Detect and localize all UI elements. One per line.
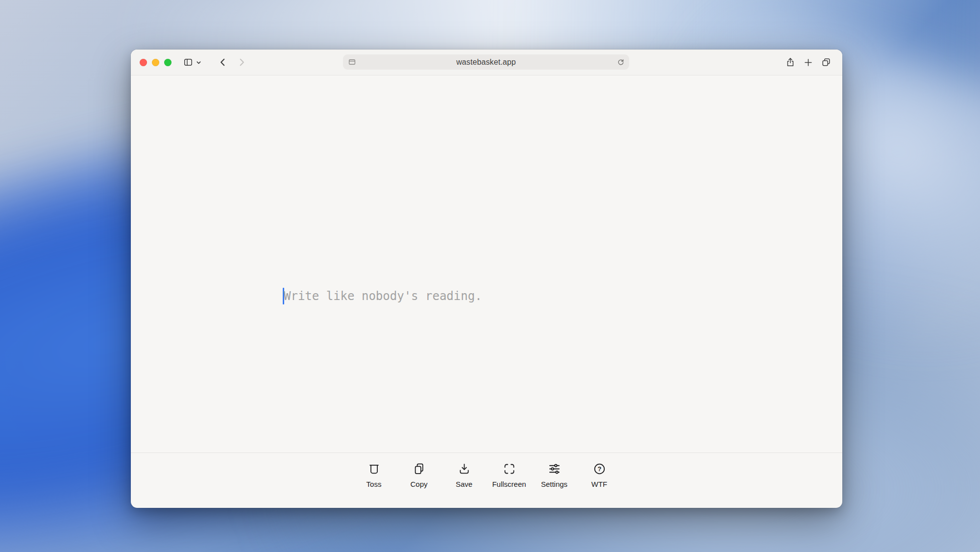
trash-icon <box>368 462 381 476</box>
minimize-window-button[interactable] <box>152 59 159 66</box>
sliders-icon <box>548 462 561 476</box>
download-icon <box>458 462 471 476</box>
copy-icon <box>413 462 426 476</box>
reload-icon[interactable] <box>617 54 625 70</box>
zoom-window-button[interactable] <box>164 59 172 66</box>
placeholder-line: Write like nobody's reading. <box>283 287 482 305</box>
sidebar-toggle-button[interactable] <box>178 55 206 70</box>
address-bar[interactable]: wastebasket.app <box>343 54 629 70</box>
copy-button[interactable]: Copy <box>396 462 441 488</box>
tool-label: Copy <box>410 480 427 488</box>
sidebar-icon <box>183 57 193 67</box>
wtf-button[interactable]: ? WTF <box>577 462 622 488</box>
browser-toolbar: wastebasket.app <box>131 50 842 75</box>
chevron-left-icon <box>218 57 228 67</box>
close-window-button[interactable] <box>140 59 147 66</box>
tool-label: Settings <box>541 480 567 488</box>
app-toolbar: Toss Copy Save <box>131 452 842 508</box>
fullscreen-button[interactable]: Fullscreen <box>487 462 532 488</box>
browser-window: wastebasket.app <box>131 50 842 508</box>
writing-area[interactable]: Write like nobody's reading. <box>131 75 842 452</box>
back-button[interactable] <box>215 55 231 70</box>
share-button[interactable] <box>783 55 798 70</box>
fullscreen-icon <box>503 462 516 476</box>
tab-overview-button[interactable] <box>818 55 834 70</box>
help-icon: ? <box>593 462 606 476</box>
plus-icon <box>804 58 813 67</box>
svg-text:?: ? <box>597 465 601 473</box>
toss-button[interactable]: Toss <box>351 462 396 488</box>
tabs-overview-icon <box>821 57 831 67</box>
new-tab-button[interactable] <box>800 55 816 70</box>
settings-button[interactable]: Settings <box>532 462 577 488</box>
forward-button[interactable] <box>234 55 249 70</box>
tool-label: WTF <box>591 480 607 488</box>
share-icon <box>785 57 795 67</box>
save-button[interactable]: Save <box>441 462 487 488</box>
page-menu-icon[interactable] <box>348 54 356 70</box>
tool-label: Save <box>456 480 472 488</box>
editor-placeholder: Write like nobody's reading. <box>284 289 482 303</box>
tool-label: Fullscreen <box>492 480 526 488</box>
chevron-down-icon <box>196 60 201 65</box>
address-bar-url: wastebasket.app <box>456 58 516 67</box>
tool-label: Toss <box>367 480 382 488</box>
chevron-right-icon <box>237 57 246 67</box>
traffic-lights <box>140 50 172 75</box>
